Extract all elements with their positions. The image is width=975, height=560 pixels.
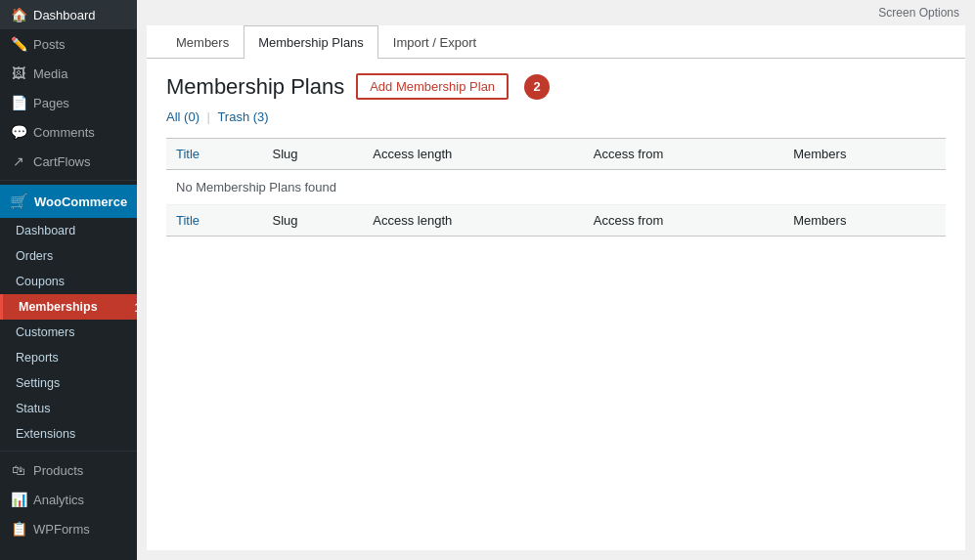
screen-options-bar: Screen Options	[137, 0, 975, 25]
filter-links: All (0) | Trash (3)	[166, 109, 946, 124]
col-header-access-length: Access length	[363, 139, 584, 170]
woo-dashboard-label: Dashboard	[16, 224, 75, 237]
sidebar-item-status[interactable]: Status	[0, 396, 137, 421]
add-membership-plan-button[interactable]: Add Membership Plan	[356, 73, 509, 100]
woocommerce-header[interactable]: 🛒 WooCommerce	[0, 185, 137, 218]
wpforms-icon: 📋	[10, 521, 27, 537]
screen-options-button[interactable]: Screen Options	[872, 4, 965, 22]
sidebar-item-label: Posts	[33, 37, 66, 52]
comments-icon: 💬	[10, 124, 27, 140]
sidebar-item-label: Dashboard	[33, 8, 96, 22]
filter-all-label: All	[166, 109, 180, 124]
sidebar-item-comments[interactable]: 💬 Comments	[0, 117, 137, 147]
sidebar-item-settings[interactable]: Settings	[0, 370, 137, 396]
sidebar-item-media[interactable]: 🖼 Media	[0, 59, 137, 88]
col-header-slug: Slug	[262, 139, 363, 170]
sidebar-item-reports[interactable]: Reports	[0, 345, 137, 370]
orders-label: Orders	[16, 249, 53, 263]
table-header-row: Title Slug Access length Access from Mem…	[166, 139, 946, 170]
col-title-link[interactable]: Title	[176, 147, 199, 161]
sidebar-item-label: Media	[33, 66, 67, 81]
tab-import-export[interactable]: Import / Export	[378, 25, 491, 59]
sidebar-item-label: Pages	[33, 96, 69, 110]
col-footer-slug: Slug	[262, 205, 363, 237]
sidebar-item-label: Comments	[33, 125, 95, 140]
filter-separator: |	[207, 109, 210, 124]
media-icon: 🖼	[10, 65, 27, 81]
empty-message: No Membership Plans found	[166, 170, 946, 205]
products-label: Products	[33, 463, 83, 478]
wpforms-label: WPForms	[33, 522, 90, 537]
page-body: Membership Plans Add Membership Plan 2 A…	[147, 59, 965, 251]
col-header-members: Members	[783, 139, 946, 170]
woocommerce-icon: 🛒	[10, 193, 28, 210]
sidebar-item-label: CartFlows	[33, 154, 91, 169]
extensions-label: Extensions	[16, 427, 75, 441]
sidebar-item-woo-dashboard[interactable]: Dashboard	[0, 218, 137, 243]
settings-label: Settings	[16, 376, 60, 390]
col-header-title[interactable]: Title	[166, 139, 262, 170]
membership-plans-table: Title Slug Access length Access from Mem…	[166, 138, 946, 237]
sidebar-item-extensions[interactable]: Extensions	[0, 421, 137, 447]
sidebar-divider-2	[0, 451, 137, 452]
filter-all-count: (0)	[184, 109, 199, 124]
sidebar-item-analytics[interactable]: 📊 Analytics	[0, 485, 137, 514]
status-label: Status	[16, 402, 50, 415]
sidebar-item-posts[interactable]: ✏️ Posts	[0, 29, 137, 59]
sidebar: 🏠 Dashboard ✏️ Posts 🖼 Media 📄 Pages 💬 C…	[0, 0, 137, 560]
sidebar-item-dashboard[interactable]: 🏠 Dashboard	[0, 0, 137, 29]
sidebar-divider	[0, 180, 137, 181]
dashboard-icon: 🏠	[10, 7, 27, 22]
woocommerce-label: WooCommerce	[34, 194, 127, 209]
sidebar-item-memberships[interactable]: Memberships 1	[0, 294, 137, 320]
page-title-row: Membership Plans Add Membership Plan 2	[166, 73, 946, 100]
reports-label: Reports	[16, 351, 59, 365]
memberships-label: Memberships	[19, 300, 98, 314]
sidebar-item-products[interactable]: 🛍 Products	[0, 455, 137, 485]
step1-badge: 1	[125, 294, 137, 320]
coupons-label: Coupons	[16, 275, 65, 288]
col-footer-title-link[interactable]: Title	[176, 213, 199, 228]
filter-trash-label: Trash	[217, 109, 249, 124]
col-footer-title[interactable]: Title	[166, 205, 262, 237]
table-empty-row: No Membership Plans found	[166, 170, 946, 205]
sidebar-item-cartflows[interactable]: ↗ CartFlows	[0, 147, 137, 176]
col-header-access-from: Access from	[584, 139, 783, 170]
filter-trash-link[interactable]: Trash (3)	[217, 109, 268, 124]
sidebar-item-pages[interactable]: 📄 Pages	[0, 88, 137, 117]
tab-membership-plans[interactable]: Membership Plans	[244, 25, 378, 59]
analytics-label: Analytics	[33, 493, 84, 507]
sidebar-item-customers[interactable]: Customers	[0, 320, 137, 345]
table-footer-row: Title Slug Access length Access from Mem…	[166, 205, 946, 237]
tab-members[interactable]: Members	[161, 25, 244, 59]
col-footer-access-length: Access length	[363, 205, 584, 237]
sidebar-item-coupons[interactable]: Coupons	[0, 269, 137, 294]
products-icon: 🛍	[10, 462, 27, 478]
sidebar-item-wpforms[interactable]: 📋 WPForms	[0, 514, 137, 543]
sidebar-item-orders[interactable]: Orders	[0, 243, 137, 269]
filter-trash-count: (3)	[253, 109, 269, 124]
cartflows-icon: ↗	[10, 153, 27, 169]
tabs-bar: Members Membership Plans Import / Export	[147, 25, 965, 59]
filter-all-link[interactable]: All (0)	[166, 109, 203, 124]
step2-badge: 2	[524, 74, 550, 100]
col-footer-access-from: Access from	[584, 205, 783, 237]
page-title: Membership Plans	[166, 74, 344, 100]
customers-label: Customers	[16, 325, 74, 339]
posts-icon: ✏️	[10, 36, 27, 52]
col-footer-members: Members	[783, 205, 946, 237]
analytics-icon: 📊	[10, 492, 27, 507]
main-content: Screen Options Members Membership Plans …	[137, 0, 975, 560]
pages-icon: 📄	[10, 95, 27, 110]
content-area: Members Membership Plans Import / Export…	[147, 25, 965, 550]
